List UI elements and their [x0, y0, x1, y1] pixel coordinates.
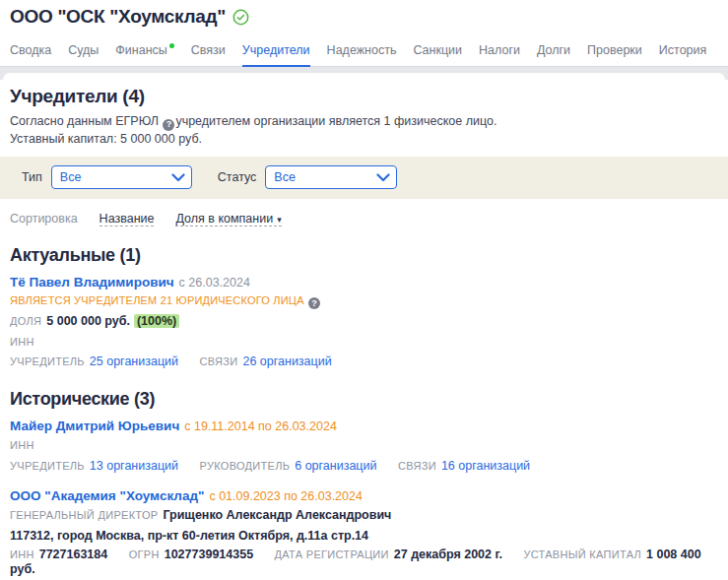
- capital-note: Уставный капитал: 5 000 000 руб.: [10, 131, 718, 147]
- chevron-down-icon: [376, 173, 390, 182]
- status-select[interactable]: Все: [265, 165, 397, 189]
- sort-by-name[interactable]: Название: [99, 212, 155, 226]
- inn-value: 7727163184: [39, 548, 108, 561]
- finances-badge-dot-icon: [169, 43, 174, 48]
- period-text: с 26.03.2024: [179, 276, 250, 290]
- head-count-label: РУКОВОДИТЕЛЬ: [200, 460, 291, 472]
- links-count-label: СВЯЗИ: [398, 460, 436, 472]
- founder-notice: ЯВЛЯЕТСЯ УЧРЕДИТЕЛЕМ 21 ЮРИДИЧЕСКОГО ЛИЦ…: [10, 294, 718, 309]
- director-name: Грищенко Александр Александрович: [163, 508, 391, 522]
- tab-sudy[interactable]: Суды: [68, 34, 99, 67]
- tab-proverki[interactable]: Проверки: [587, 34, 642, 67]
- person-link[interactable]: Майер Дмитрий Юрьевич: [10, 419, 179, 433]
- status-filter-label: Статус: [218, 170, 257, 184]
- chevron-down-icon: [171, 173, 185, 182]
- period-text: с 19.11.2014 по 26.03.2024: [184, 419, 337, 433]
- reg-date-value: 27 декабря 2002 г.: [394, 548, 502, 561]
- company-title: ООО "ОСК "Хоумсклад": [10, 6, 226, 28]
- sort-label: Сортировка: [10, 212, 78, 226]
- founder-entry-historical-person: Майер Дмитрий Юрьевичс 19.11.2014 по 26.…: [10, 419, 718, 474]
- person-link[interactable]: Тё Павел Владимирович: [10, 275, 174, 290]
- type-select[interactable]: Все: [51, 165, 192, 189]
- share-label: ДОЛЯ: [10, 315, 41, 327]
- egrul-note: Согласно данным ЕГРЮЛ ?учредителем орган…: [10, 113, 718, 131]
- founder-entry-actual-person: Тё Павел Владимировичс 26.03.2024 ЯВЛЯЕТ…: [10, 275, 718, 370]
- type-filter-label: Тип: [22, 170, 42, 184]
- orgs-row: УЧРЕДИТЕЛЬ13 организаций РУКОВОДИТЕЛЬ6 о…: [10, 459, 718, 475]
- orgs-row: УЧРЕДИТЕЛЬ25 организаций СВЯЗИ26 организ…: [10, 354, 718, 370]
- egrul-note-prefix: Согласно данным ЕГРЮЛ: [10, 114, 159, 128]
- founder-entry-company: ООО "Академия "Хоумсклад"с 01.09.2023 по…: [10, 488, 718, 580]
- head-count-link[interactable]: 6 организаций: [295, 459, 376, 473]
- tab-nadezhnost[interactable]: Надежность: [327, 34, 397, 67]
- founder-count-link[interactable]: 13 организаций: [90, 459, 178, 473]
- share-value: 5 000 000 руб.: [46, 314, 130, 328]
- tab-svodka[interactable]: Сводка: [10, 34, 51, 67]
- founders-heading: Учредители (4): [10, 86, 718, 107]
- director-label: ГЕНЕРАЛЬНЫЙ ДИРЕКТОР: [10, 509, 158, 521]
- reg-date-label: ДАТА РЕГИСТРАЦИИ: [275, 548, 389, 560]
- help-icon[interactable]: ?: [308, 297, 320, 309]
- founder-notice-text: ЯВЛЯЕТСЯ УЧРЕДИТЕЛЕМ 21 ЮРИДИЧЕСКОГО ЛИЦ…: [10, 294, 304, 306]
- company-link[interactable]: ООО "Академия "Хоумсклад": [10, 488, 204, 503]
- tab-dolgi[interactable]: Долги: [537, 34, 570, 67]
- founder-count-link[interactable]: 25 организаций: [90, 354, 178, 368]
- tab-nalogi[interactable]: Налоги: [479, 34, 520, 67]
- founder-count-label: УЧРЕДИТЕЛЬ: [10, 355, 85, 367]
- ogrn-value: 1027739914355: [165, 548, 253, 561]
- inn-label: ИНН: [10, 439, 34, 451]
- tab-bar: Сводка Суды Финансы Связи Учредители Над…: [0, 34, 728, 67]
- sort-row: Сортировка Название Доля в компании▾: [10, 212, 718, 226]
- period-text: с 01.09.2023 по 26.03.2024: [209, 489, 363, 503]
- egrul-note-suffix: учредителем организации является 1 физич…: [175, 114, 496, 128]
- ogrn-label: ОГРН: [129, 548, 160, 560]
- tab-finansy-label: Финансы: [115, 43, 166, 57]
- sort-by-share[interactable]: Доля в компании▾: [175, 212, 281, 226]
- actual-heading: Актуальные (1): [10, 245, 718, 266]
- links-count-link[interactable]: 26 организаций: [242, 354, 331, 368]
- inn-row: ИНН: [10, 438, 718, 454]
- company-address: 117312, город Москва, пр-кт 60-летия Окт…: [10, 529, 718, 543]
- sort-desc-icon: ▾: [277, 215, 282, 225]
- tab-uchrediteli[interactable]: Учредители: [242, 34, 310, 67]
- founder-count-label: УЧРЕДИТЕЛЬ: [10, 460, 85, 472]
- links-count-label: СВЯЗИ: [200, 355, 238, 367]
- page-background-strip: [0, 67, 728, 80]
- help-icon[interactable]: ?: [163, 119, 174, 131]
- founders-panel: Учредители (4) Согласно данным ЕГРЮЛ ?уч…: [0, 80, 728, 580]
- verified-icon: [232, 9, 249, 26]
- inn-label: ИНН: [10, 548, 34, 560]
- tab-finansy[interactable]: Финансы: [115, 34, 173, 67]
- historical-heading: Исторические (3): [10, 389, 718, 410]
- links-count-link[interactable]: 16 организаций: [441, 459, 530, 473]
- capital-label: УСТАВНЫЙ КАПИТАЛ: [523, 548, 641, 560]
- registry-row: ИНН7727163184 ОГРН1027739914355 ДАТА РЕГ…: [10, 548, 718, 578]
- share-percent-badge: (100%): [134, 314, 179, 328]
- filter-bar: Тип Все Статус Все: [0, 157, 728, 199]
- company-header: ООО "ОСК "Хоумсклад": [0, 0, 728, 28]
- share-row: ДОЛЯ5 000 000 руб.(100%): [10, 314, 718, 330]
- sort-by-share-label: Доля в компании: [175, 212, 273, 226]
- director-row: ГЕНЕРАЛЬНЫЙ ДИРЕКТОРГрищенко Александр А…: [10, 508, 718, 524]
- inn-row: ИНН: [10, 335, 718, 351]
- tab-svyazi[interactable]: Связи: [191, 34, 226, 67]
- inn-label: ИНН: [10, 336, 34, 348]
- status-select-value: Все: [274, 170, 296, 184]
- tab-sankcii[interactable]: Санкции: [413, 34, 462, 67]
- tab-istoriya[interactable]: История: [659, 34, 706, 67]
- type-select-value: Все: [60, 170, 82, 184]
